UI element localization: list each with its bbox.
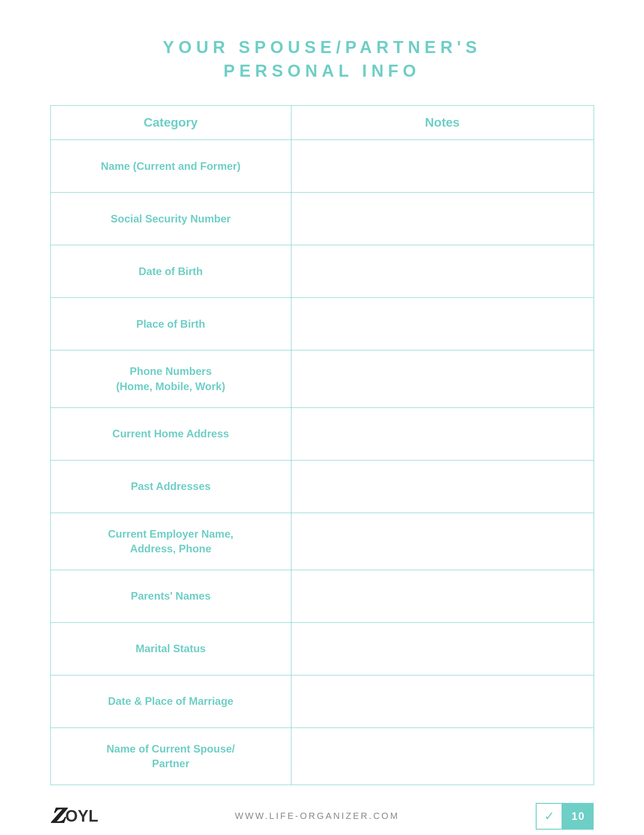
table-row: Social Security Number <box>51 193 594 245</box>
table-row: Current Employer Name,Address, Phone <box>51 513 594 570</box>
table-row: Name of Current Spouse/Partner <box>51 728 594 785</box>
notes-cell-name[interactable] <box>291 140 594 192</box>
table-row: Date & Place of Marriage <box>51 675 594 728</box>
table-row: Past Addresses <box>51 461 594 513</box>
category-cell-past-addresses: Past Addresses <box>51 461 291 513</box>
category-header: Category <box>51 106 291 140</box>
notes-cell-employer[interactable] <box>291 513 594 570</box>
category-cell-parents: Parents' Names <box>51 570 291 622</box>
category-cell-phone: Phone Numbers(Home, Mobile, Work) <box>51 350 291 407</box>
page-title: YOUR SPOUSE/PARTNER'S PERSONAL INFO <box>163 36 481 83</box>
table-row: Place of Birth <box>51 298 594 350</box>
category-cell-marital: Marital Status <box>51 623 291 675</box>
notes-cell-address[interactable] <box>291 408 594 460</box>
notes-cell-marital[interactable] <box>291 623 594 675</box>
check-box: ✓ <box>536 803 562 830</box>
notes-cell-parents[interactable] <box>291 570 594 622</box>
logo-oyl-text: OYL <box>66 807 98 826</box>
title-line2: PERSONAL INFO <box>224 62 421 80</box>
footer-logo: 𝐙 OYL <box>50 803 98 829</box>
notes-cell-phone[interactable] <box>291 350 594 407</box>
table-row: Date of Birth <box>51 245 594 298</box>
category-cell-employer: Current Employer Name,Address, Phone <box>51 513 291 570</box>
notes-cell-spouse[interactable] <box>291 728 594 785</box>
table-row: Parents' Names <box>51 570 594 623</box>
table-row: Marital Status <box>51 623 594 675</box>
notes-cell-marriage[interactable] <box>291 675 594 728</box>
footer-page: ✓ 10 <box>536 803 594 830</box>
category-cell-spouse: Name of Current Spouse/Partner <box>51 728 291 785</box>
table-row: Name (Current and Former) <box>51 140 594 193</box>
page: YOUR SPOUSE/PARTNER'S PERSONAL INFO Cate… <box>0 0 644 835</box>
check-icon: ✓ <box>544 809 554 823</box>
category-cell-address: Current Home Address <box>51 408 291 460</box>
page-number-box: 10 <box>562 803 594 830</box>
page-number: 10 <box>571 810 585 823</box>
table-row: Current Home Address <box>51 408 594 461</box>
category-cell-name: Name (Current and Former) <box>51 140 291 192</box>
category-cell-marriage: Date & Place of Marriage <box>51 675 291 728</box>
category-cell-ssn: Social Security Number <box>51 193 291 245</box>
category-cell-dob: Date of Birth <box>51 245 291 297</box>
table-header: Category Notes <box>51 106 594 140</box>
notes-cell-ssn[interactable] <box>291 193 594 245</box>
info-table: Category Notes Name (Current and Former)… <box>50 105 594 785</box>
footer: 𝐙 OYL WWW.LIFE-ORGANIZER.COM ✓ 10 <box>50 803 594 830</box>
notes-cell-pob[interactable] <box>291 298 594 350</box>
footer-url: WWW.LIFE-ORGANIZER.COM <box>235 811 399 821</box>
table-row: Phone Numbers(Home, Mobile, Work) <box>51 350 594 407</box>
title-line1: YOUR SPOUSE/PARTNER'S <box>163 38 481 57</box>
notes-cell-past-addresses[interactable] <box>291 461 594 513</box>
category-cell-pob: Place of Birth <box>51 298 291 350</box>
notes-cell-dob[interactable] <box>291 245 594 297</box>
notes-header: Notes <box>291 106 594 140</box>
logo-z-icon: 𝐙 <box>50 803 65 829</box>
